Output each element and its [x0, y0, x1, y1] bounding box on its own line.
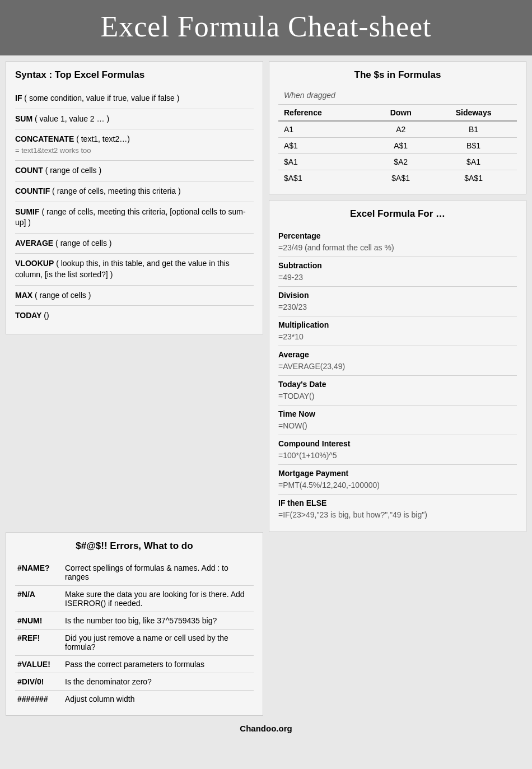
- error-code: #VALUE!: [15, 656, 63, 673]
- formula-name: CONCATENATE: [15, 134, 74, 143]
- dollar-cell: A2: [371, 121, 430, 138]
- formula-for-item: Compound Interest=100*(1+10%)^5: [278, 435, 517, 465]
- formula-for-value: =IF(23>49,"23 is big, but how?","49 is b…: [278, 509, 517, 521]
- dollar-cell: $A1: [430, 154, 517, 170]
- error-row: #NUM!Is the number too big, like 37^5759…: [15, 612, 254, 630]
- dollar-row: A$1A$1B$1: [278, 138, 517, 154]
- col-reference: Reference: [278, 105, 371, 122]
- formula-name: IF: [15, 94, 22, 102]
- dollar-cell: $A$1: [278, 170, 371, 187]
- formula-desc: ( range of cells ): [55, 239, 111, 248]
- formula-for-items: Percentage=23/49 (and format the cell as…: [278, 227, 517, 524]
- formula-for-value: =100*(1+10%)^5: [278, 450, 517, 462]
- dollar-cell: $A2: [371, 154, 430, 170]
- error-code: #NAME?: [15, 560, 63, 586]
- page-wrapper: Excel Formula Cheat-sheet Syntax : Top E…: [0, 0, 532, 749]
- formula-name: VLOOKUP: [15, 259, 54, 268]
- formula-for-value: =23/49 (and format the cell as %): [278, 242, 517, 254]
- dollar-cell: B$1: [430, 138, 517, 154]
- formula-for-item: Percentage=23/49 (and format the cell as…: [278, 227, 517, 257]
- formula-for-value: =49-23: [278, 272, 517, 283]
- dollar-cell: A1: [278, 121, 371, 138]
- dollar-cell: $A$1: [371, 170, 430, 187]
- dollar-cell: B1: [430, 121, 517, 138]
- formula-desc: ( text1, text2…): [76, 134, 130, 143]
- error-code: #REF!: [15, 630, 63, 656]
- syntax-item: AVERAGE ( range of cells ): [15, 234, 254, 254]
- dollar-cell: A$1: [371, 138, 430, 154]
- error-desc: Correct spellings of formulas & names. A…: [63, 560, 254, 586]
- syntax-card: Syntax : Top Excel Formulas IF ( some co…: [6, 61, 263, 334]
- formula-name: TODAY: [15, 311, 41, 320]
- formula-for-card: Excel Formula For … Percentage=23/49 (an…: [269, 200, 526, 532]
- error-code: #######: [15, 691, 63, 708]
- formula-desc: ( range of cells, meeting this criteria,…: [15, 207, 246, 227]
- dollar-cell: A$1: [278, 138, 371, 154]
- formula-for-label: Compound Interest: [278, 438, 517, 450]
- error-desc: Is the denominator zero?: [63, 673, 254, 691]
- main-content: Syntax : Top Excel Formulas IF ( some co…: [0, 55, 532, 532]
- formula-for-value: =AVERAGE(23,49): [278, 361, 517, 372]
- dollar-signs-heading: The $s in Formulas: [278, 69, 517, 83]
- formula-name: SUM: [15, 114, 32, 123]
- syntax-item: SUMIF ( range of cells, meeting this cri…: [15, 202, 254, 234]
- dollar-cell: $A$1: [430, 170, 517, 187]
- when-dragged-label: When dragged: [278, 88, 517, 105]
- dollar-signs-table: When dragged Reference Down Sideways A1A…: [278, 88, 517, 186]
- errors-card: $#@$!! Errors, What to do #NAME?Correct …: [6, 532, 263, 716]
- error-row: #DIV/0!Is the denominator zero?: [15, 673, 254, 691]
- errors-heading: $#@$!! Errors, What to do: [15, 540, 254, 554]
- formula-for-value: =TODAY(): [278, 390, 517, 402]
- formula-for-item: Today's Date=TODAY(): [278, 376, 517, 406]
- error-row: #VALUE!Pass the correct parameters to fo…: [15, 656, 254, 673]
- formula-name: AVERAGE: [15, 239, 53, 248]
- formula-for-label: Today's Date: [278, 379, 517, 390]
- footer-text: Chandoo.org: [240, 724, 292, 733]
- syntax-items: IF ( some condition, value if true, valu…: [15, 88, 254, 326]
- error-desc: Pass the correct parameters to formulas: [63, 656, 254, 673]
- formula-desc: (): [44, 311, 49, 320]
- formula-name: COUNTIF: [15, 187, 50, 195]
- syntax-item: COUNT ( range of cells ): [15, 161, 254, 181]
- formula-name: COUNT: [15, 166, 43, 175]
- error-row: #######Adjust column width: [15, 691, 254, 708]
- formula-for-value: =23*10: [278, 331, 517, 343]
- formula-for-value: =230/23: [278, 301, 517, 313]
- syntax-item: IF ( some condition, value if true, valu…: [15, 88, 254, 109]
- formula-for-label: Time Now: [278, 408, 517, 420]
- formula-for-label: Percentage: [278, 230, 517, 242]
- error-desc: Make sure the data you are looking for i…: [63, 586, 254, 612]
- formula-for-label: Division: [278, 290, 517, 301]
- right-column: The $s in Formulas When dragged Referenc…: [269, 61, 526, 532]
- formula-for-label: Mortgage Payment: [278, 468, 517, 479]
- bottom-content: $#@$!! Errors, What to do #NAME?Correct …: [0, 532, 532, 716]
- error-row: #N/AMake sure the data you are looking f…: [15, 586, 254, 612]
- syntax-heading: Syntax : Top Excel Formulas: [15, 69, 254, 83]
- formula-desc: ( range of cells ): [35, 291, 91, 300]
- error-desc: Is the number too big, like 37^5759435 b…: [63, 612, 254, 630]
- bottom-right-spacer: [269, 532, 526, 716]
- syntax-item: SUM ( value 1, value 2 … ): [15, 109, 254, 130]
- left-column: Syntax : Top Excel Formulas IF ( some co…: [6, 61, 263, 532]
- formula-desc: ( range of cells ): [45, 166, 101, 175]
- syntax-item: COUNTIF ( range of cells, meeting this c…: [15, 181, 254, 202]
- formula-for-item: Mortgage Payment=PMT(4.5%/12,240,-100000…: [278, 465, 517, 495]
- dollar-row: $A$1$A$1$A$1: [278, 170, 517, 187]
- syntax-item: CONCATENATE ( text1, text2…)= text1&text…: [15, 129, 254, 161]
- error-code: #N/A: [15, 586, 63, 612]
- formula-desc: ( range of cells, meeting this criteria …: [52, 187, 181, 195]
- formula-for-label: IF then ELSE: [278, 497, 517, 509]
- header: Excel Formula Cheat-sheet: [0, 0, 532, 55]
- error-row: #NAME?Correct spellings of formulas & na…: [15, 560, 254, 586]
- formula-for-heading: Excel Formula For …: [278, 208, 517, 222]
- formula-for-value: =NOW(): [278, 420, 517, 432]
- error-row: #REF!Did you just remove a name or cell …: [15, 630, 254, 656]
- formula-for-value: =PMT(4.5%/12,240,-100000): [278, 479, 517, 491]
- error-desc: Adjust column width: [63, 691, 254, 708]
- dollar-rows: A1A2B1A$1A$1B$1$A1$A2$A1$A$1$A$1$A$1: [278, 121, 517, 186]
- formula-for-item: IF then ELSE=IF(23>49,"23 is big, but ho…: [278, 495, 517, 524]
- formula-for-label: Average: [278, 349, 517, 361]
- error-desc: Did you just remove a name or cell used …: [63, 630, 254, 656]
- formula-for-label: Multiplication: [278, 319, 517, 331]
- dollar-row: A1A2B1: [278, 121, 517, 138]
